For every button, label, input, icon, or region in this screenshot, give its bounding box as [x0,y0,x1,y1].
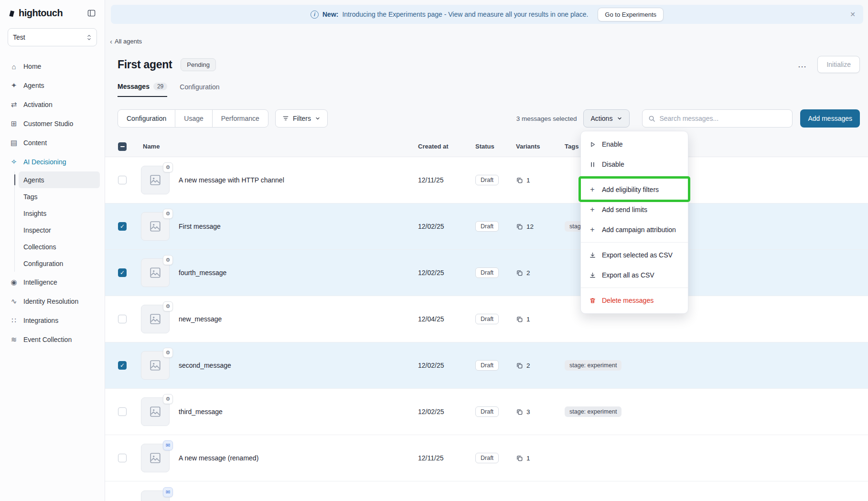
row-checkbox[interactable]: ✓ [118,222,127,231]
column-header-name: Name [141,143,418,150]
banner-message: Introducing the Experiments page - View … [342,11,588,18]
row-checkbox[interactable]: ✓ [118,454,127,462]
menu-item-add-campaign-attribution[interactable]: + Add campaign attribution [581,220,688,240]
sidebar-item-ai-decisioning[interactable]: ✧AI Decisioning [5,152,100,171]
message-thumbnail: ⚙ [141,305,170,333]
sidebar-item-inspector[interactable]: Inspector [19,222,100,238]
sidebar-item-label: Integrations [23,317,58,324]
menu-item-label: Disable [602,160,624,168]
sidebar-item-identity-resolution[interactable]: ∿Identity Resolution [5,292,100,311]
sidebar-item-label: Activation [23,101,53,108]
row-checkbox[interactable]: ✓ [118,407,127,416]
trash-icon [588,297,597,304]
table-row[interactable]: ✓ ⚙ third_message 12/02/25 Draft 3 stage… [105,389,868,435]
select-all-checkbox[interactable] [118,142,127,151]
sidebar-item-tags[interactable]: Tags [19,188,100,205]
actions-label: Actions [590,115,612,122]
variants-count: 1 [526,455,530,462]
status-pill: Draft [475,406,499,417]
actions-button[interactable]: Actions [583,109,630,128]
column-header-status: Status [475,143,516,150]
image-icon [149,266,161,279]
chevron-left-icon: ‹ [110,37,112,45]
sidebar-item-intelligence[interactable]: ◉Intelligence [5,273,100,292]
gear-badge-icon: ⚙ [163,394,173,404]
search-input[interactable] [659,115,786,122]
sidebar-item-activation[interactable]: ⇄Activation [5,95,100,114]
sidebar-item-ai-agents[interactable]: Agents [19,171,100,188]
sidebar-item-label: Content [23,139,47,147]
workspace-name: Test [13,33,25,41]
sidebar-item-agents[interactable]: ✦Agents [5,76,100,95]
gear-badge-icon: ⚙ [163,255,173,265]
tag-pill: stage: experiment [565,406,622,417]
status-pill: Draft [475,267,499,278]
menu-item-export-all-csv[interactable]: Export all as CSV [581,265,688,285]
page-tabs: Messages 29 Configuration [118,82,868,97]
initialize-button[interactable]: Initialize [817,56,860,73]
segment-performance[interactable]: Performance [212,109,268,128]
variants-count: 1 [526,177,530,184]
row-checkbox[interactable]: ✓ [118,268,127,277]
sidebar-item-content[interactable]: ▤Content [5,133,100,152]
table-row[interactable]: ✉ [105,481,868,501]
message-thumbnail: ⚙ [141,258,170,287]
column-header-created-at: Created at [418,143,475,150]
variants-icon [516,223,523,230]
sidebar-item-insights[interactable]: Insights [19,205,100,222]
table-row[interactable]: ✓ ✉ A new message (renamed) 12/11/25 Dra… [105,435,868,481]
status-badge: Pending [181,58,216,71]
gear-badge-icon: ⚙ [163,348,173,358]
menu-item-export-selected-csv[interactable]: Export selected as CSV [581,245,688,265]
menu-item-enable[interactable]: Enable [581,134,688,154]
menu-item-delete-messages[interactable]: Delete messages [581,290,688,310]
mail-badge-icon: ✉ [163,440,173,450]
sidebar-item-integrations[interactable]: ∷Integrations [5,311,100,330]
add-messages-button[interactable]: Add messages [800,109,860,128]
created-at: 12/11/25 [418,176,475,184]
tab-messages[interactable]: Messages 29 [118,82,167,97]
message-thumbnail: ⚙ [141,351,170,380]
messages-count-badge: 29 [153,83,167,90]
sidebar-item-collections[interactable]: Collections [19,238,100,255]
created-at: 12/11/25 [418,454,475,462]
row-checkbox[interactable]: ✓ [118,315,127,323]
close-icon[interactable]: ✕ [850,11,856,18]
image-icon [149,452,161,464]
segment-usage[interactable]: Usage [175,109,212,128]
sidebar-item-home[interactable]: ⌂Home [5,57,100,76]
tab-configuration[interactable]: Configuration [180,82,219,97]
play-icon [588,141,597,148]
sidebar: hightouch Test ⌂Home ✦Agents ⇄Activation… [0,0,105,501]
variants-count: 12 [526,223,534,230]
message-thumbnail: ⚙ [141,166,170,194]
workspace-selector[interactable]: Test [8,28,97,46]
sidebar-item-event-collection[interactable]: ≋Event Collection [5,330,100,349]
table-row[interactable]: ✓ ⚙ First message 12/02/25 Draft 12 stag… [105,203,868,250]
message-name: fourth_message [179,269,418,277]
more-button[interactable]: … [793,57,812,72]
variants-icon [516,177,523,184]
row-checkbox[interactable]: ✓ [118,176,127,184]
sidebar-item-configuration[interactable]: Configuration [19,255,100,272]
row-checkbox[interactable]: ✓ [118,361,127,370]
sidebar-item-label: Intelligence [23,278,57,286]
image-icon [149,359,161,372]
table-row[interactable]: ✓ ⚙ second_message 12/02/25 Draft 2 stag… [105,342,868,389]
filters-button[interactable]: Filters [275,109,328,128]
menu-item-label: Delete messages [602,297,654,304]
go-to-experiments-button[interactable]: Go to Experiments [598,8,664,21]
sidebar-toggle-icon[interactable] [86,8,97,19]
content-icon: ▤ [10,139,18,147]
sidebar-item-label: Event Collection [23,336,72,343]
message-thumbnail: ⚙ [141,212,170,241]
sidebar-item-label: Home [23,63,41,70]
menu-item-add-send-limits[interactable]: + Add send limits [581,200,688,220]
menu-item-add-eligibility-filters[interactable]: + Add eligibility filters [581,180,688,200]
table-row[interactable]: ✓ ⚙ A new message with HTTP channel 12/1… [105,157,868,203]
segment-configuration[interactable]: Configuration [118,109,175,128]
table-row[interactable]: ✓ ⚙ fourth_message 12/02/25 Draft 2 [105,250,868,296]
sidebar-item-customer-studio[interactable]: ⊞Customer Studio [5,114,100,133]
menu-item-disable[interactable]: Disable [581,154,688,174]
table-row[interactable]: ✓ ⚙ new_message 12/04/25 Draft 1 [105,296,868,342]
